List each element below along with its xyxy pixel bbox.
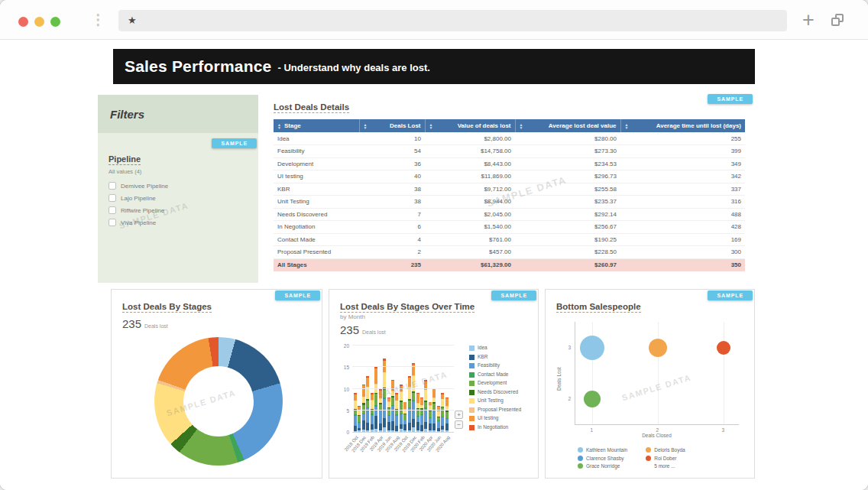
x-axis-tick-label: 2 xyxy=(656,427,659,433)
value-cell: 316 xyxy=(620,196,745,209)
scatter-bubble[interactable] xyxy=(580,336,604,360)
sort-icon[interactable]: ▲▼ xyxy=(364,123,368,129)
legend-item-label: Unit Testing xyxy=(478,398,504,404)
legend-color-swatch xyxy=(469,381,474,386)
new-tab-icon[interactable]: + xyxy=(802,8,815,31)
zoom-in-button[interactable]: + xyxy=(455,410,463,419)
legend-column-2: Deloris BoydaRoi Dober5 more ... xyxy=(646,447,685,469)
value-cell: $256.67 xyxy=(515,221,620,234)
checkbox-icon[interactable] xyxy=(108,206,116,214)
dashboard-title: Sales Performance xyxy=(125,57,272,76)
month-bar xyxy=(445,398,449,432)
value-cell: $273.30 xyxy=(515,145,620,158)
table-row: Contact Made4$761.00$190.25169 xyxy=(274,233,745,246)
sort-icon[interactable]: ▲▼ xyxy=(277,123,281,129)
scatter-bubble[interactable] xyxy=(649,339,667,357)
deals-lost-count: 235 xyxy=(340,323,359,336)
zoom-out-button[interactable]: − xyxy=(455,420,463,429)
value-cell: 4 xyxy=(359,233,425,246)
maximize-window-button[interactable] xyxy=(50,17,60,27)
column-header[interactable]: ▲▼Average lost deal value xyxy=(515,119,620,132)
tab-overview-icon[interactable] xyxy=(831,14,844,26)
lost-deals-by-stages-card: SAMPLE Lost Deals By Stages 235 Deals lo… xyxy=(111,289,322,479)
bar-segment xyxy=(424,402,427,407)
value-cell: $761.00 xyxy=(425,233,515,246)
browser-menu-icon[interactable]: ⋮ xyxy=(91,10,105,30)
close-window-button[interactable] xyxy=(18,17,28,27)
bar-segment xyxy=(416,394,419,403)
scatter-bubble[interactable] xyxy=(584,391,601,407)
filters-header: Filters xyxy=(98,95,258,133)
pipeline-filter-title[interactable]: Pipeline xyxy=(108,154,141,165)
column-header-content: ▲▼Deals Lost xyxy=(364,122,421,129)
pipeline-option[interactable]: Riffwire Pipeline xyxy=(108,206,248,214)
checkbox-icon[interactable] xyxy=(108,194,116,202)
column-header[interactable]: ▲▼Deals Lost xyxy=(359,119,425,132)
bar-segment xyxy=(429,411,432,417)
column-header[interactable]: ▲▼Average time until lost (days) xyxy=(620,119,745,132)
bar-segment xyxy=(379,423,382,430)
value-cell: 342 xyxy=(620,170,745,183)
x-axis-tick-label: 1 xyxy=(591,427,594,433)
salespeople-scatter-chart[interactable]: 12323 xyxy=(575,322,739,425)
bar-segment xyxy=(374,394,377,405)
month-bar xyxy=(383,359,386,432)
bar-segment xyxy=(432,423,436,430)
gridline xyxy=(352,366,454,367)
minimize-window-button[interactable] xyxy=(34,17,44,27)
column-header[interactable]: ▲▼Stage xyxy=(274,119,359,132)
bar-segment xyxy=(387,416,390,422)
month-bar xyxy=(416,393,419,432)
month-bar xyxy=(395,393,398,432)
checkbox-icon[interactable] xyxy=(108,219,116,226)
value-cell: $234.53 xyxy=(515,157,620,170)
lost-deals-over-time-title[interactable]: Lost Deals By Stages Over Time xyxy=(340,302,474,313)
bottom-salespeople-card: SAMPLE Bottom Salespeople Deals Lost 123… xyxy=(545,289,755,479)
legend-item-label: Proposal Presented xyxy=(478,407,521,413)
checkbox-icon[interactable] xyxy=(108,182,116,190)
legend-item-label[interactable]: 5 more ... xyxy=(654,463,675,469)
sort-icon[interactable]: ▲▼ xyxy=(625,123,629,129)
stacked-bar-chart[interactable]: 2018 Oct2018 Dec2019 Feb2019 Apr2019 Jun… xyxy=(352,346,454,433)
legend-item: Contact Made xyxy=(469,372,536,378)
bar-segment xyxy=(412,419,415,427)
stage-cell: Contact Made xyxy=(274,233,359,246)
dashboard-header: Sales Performance - Understand why deals… xyxy=(113,49,755,84)
lost-deals-details-title[interactable]: Lost Deals Details xyxy=(274,102,349,113)
deals-table-header-row: ▲▼Stage▲▼Deals Lost▲▼Value of deals lost… xyxy=(274,119,745,132)
bookmark-star-icon[interactable]: ★ xyxy=(128,15,137,27)
bar-segment xyxy=(403,414,406,420)
pipeline-option[interactable]: Demivee Pipeline xyxy=(108,182,248,190)
legend-item-label: Development xyxy=(478,380,507,386)
pipeline-option[interactable]: Viva Pipeline xyxy=(108,219,248,226)
table-row: Needs Discovered7$2,045.00$292.14488 xyxy=(274,208,745,221)
column-header-content: ▲▼Average lost deal value xyxy=(520,122,617,129)
value-cell: 399 xyxy=(620,145,745,158)
bar-segment xyxy=(362,397,365,403)
bar-segment xyxy=(358,416,361,422)
bar-segment xyxy=(416,422,419,430)
bar-segment xyxy=(374,416,377,430)
value-cell: 38 xyxy=(359,183,425,196)
bottom-salespeople-title[interactable]: Bottom Salespeople xyxy=(556,302,641,313)
lost-deals-by-stages-title[interactable]: Lost Deals By Stages xyxy=(122,302,212,313)
browser-frame: ⋮ ★ + Sales Performance - Understand why… xyxy=(0,0,868,490)
value-cell: $2,045.00 xyxy=(425,208,515,221)
month-bar xyxy=(400,385,403,432)
value-cell: 10 xyxy=(359,132,425,145)
address-bar[interactable]: ★ xyxy=(118,10,787,31)
sort-icon[interactable]: ▲▼ xyxy=(520,123,523,129)
scatter-bubble[interactable] xyxy=(717,341,730,355)
x-axis-label: Deals Closed xyxy=(575,433,739,438)
table-row: Development36$8,443.00$234.53349 xyxy=(274,157,745,170)
month-bar xyxy=(387,398,390,432)
stages-donut-chart[interactable] xyxy=(154,337,283,466)
month-bar xyxy=(432,389,436,433)
sort-icon[interactable]: ▲▼ xyxy=(429,123,433,129)
pipeline-option[interactable]: Lajo Pipeline xyxy=(108,194,248,202)
legend-column-1: Kathleen MountainClarence ShasbyGrace No… xyxy=(578,447,627,469)
value-cell: 428 xyxy=(620,221,745,234)
column-header[interactable]: ▲▼Value of deals lost xyxy=(425,119,515,132)
legend-item-label: Feasibility xyxy=(478,362,500,368)
legend-item: Grace Norridge xyxy=(578,463,627,469)
